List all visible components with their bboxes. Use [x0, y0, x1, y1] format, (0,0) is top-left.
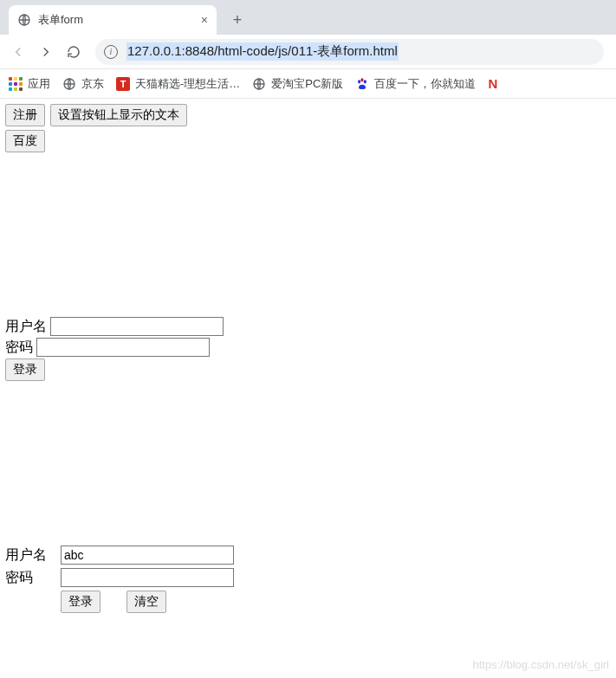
bookmark-aitaobao[interactable]: 爱淘宝PC新版 [252, 76, 343, 92]
form1: 用户名 密码 登录 [5, 317, 611, 381]
form1-username-label: 用户名 [5, 319, 47, 333]
info-icon[interactable]: i [104, 45, 118, 59]
form2-username-label: 用户名 [5, 546, 61, 565]
form2-password-input[interactable] [61, 568, 234, 587]
bookmark-apps[interactable]: 应用 [9, 76, 50, 92]
tab-title: 表单form [38, 12, 194, 28]
back-button[interactable] [5, 39, 31, 65]
form2-login-button[interactable]: 登录 [61, 591, 101, 613]
form2-username-input[interactable] [61, 546, 234, 565]
form2-reset-button[interactable]: 清空 [126, 591, 166, 613]
page-content: 注册 设置按钮上显示的文本 百度 用户名 密码 登录 用户名 密码 登录 清空 [0, 99, 616, 618]
baidu-icon [355, 77, 369, 91]
apps-icon [9, 77, 23, 91]
set-button-text-button[interactable]: 设置按钮上显示的文本 [50, 104, 187, 126]
bookmark-label: 京东 [81, 76, 104, 92]
browser-toolbar: i 127.0.0.1:8848/html-code/js/011-表单form… [0, 35, 616, 69]
baidu-button[interactable]: 百度 [5, 130, 45, 152]
close-icon[interactable]: × [201, 14, 208, 26]
svg-point-4 [364, 80, 366, 83]
bookmark-cut-icon: N [488, 76, 497, 91]
register-button[interactable]: 注册 [5, 104, 45, 126]
svg-point-3 [358, 80, 360, 83]
bookmark-overflow[interactable]: N [488, 76, 497, 91]
globe-icon [252, 77, 266, 91]
browser-tab[interactable]: 表单form × [9, 5, 217, 35]
address-bar[interactable]: i 127.0.0.1:8848/html-code/js/011-表单form… [95, 39, 604, 65]
watermark: https://blog.csdn.net/sk_girl [472, 658, 609, 671]
tab-strip: 表单form × + [0, 0, 616, 35]
bookmark-label: 爱淘宝PC新版 [271, 76, 343, 92]
form1-password-input[interactable] [36, 338, 210, 357]
bookmark-label: 应用 [28, 76, 50, 92]
plus-icon: + [233, 11, 243, 29]
form2-password-label: 密码 [5, 569, 61, 587]
forward-button[interactable] [33, 39, 59, 65]
bookmark-label: 百度一下，你就知道 [374, 76, 476, 92]
svg-point-5 [361, 78, 364, 81]
url-text: 127.0.0.1:8848/html-code/js/011-表单form.h… [126, 42, 399, 61]
new-tab-button[interactable]: + [225, 8, 250, 32]
globe-icon [62, 77, 76, 91]
form1-username-input[interactable] [50, 317, 224, 336]
bookmark-label: 天猫精选-理想生活… [135, 76, 240, 92]
reload-button[interactable] [61, 39, 87, 65]
browser-chrome: 表单form × + i 127.0.0.1:8848/html-code/js… [0, 0, 616, 99]
form1-login-button[interactable]: 登录 [5, 358, 45, 381]
bookmark-jd[interactable]: 京东 [62, 76, 104, 92]
form2: 用户名 密码 登录 清空 [5, 546, 611, 613]
bookmark-baidu[interactable]: 百度一下，你就知道 [355, 76, 476, 92]
globe-icon [17, 13, 31, 27]
bookmark-tmall[interactable]: T 天猫精选-理想生活… [116, 76, 240, 92]
bookmarks-bar: 应用 京东 T 天猫精选-理想生活… 爱淘宝PC新版 百度一下，你就知道 N [0, 69, 616, 99]
tmall-icon: T [116, 77, 130, 91]
form1-password-label: 密码 [5, 339, 33, 354]
